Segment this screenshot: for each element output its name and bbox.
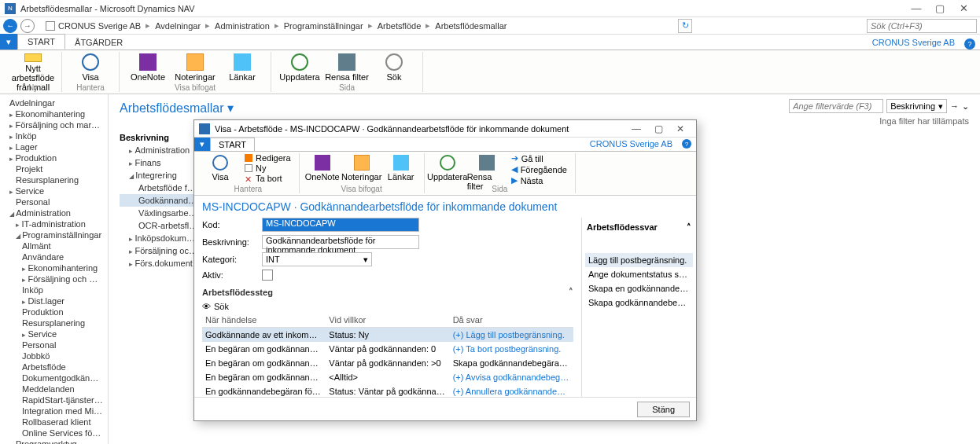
- nav-tree-item[interactable]: Jobbkö: [0, 350, 108, 361]
- nav-tree-item[interactable]: Projekt: [0, 163, 108, 174]
- workflow-response-item[interactable]: Ange dokumentstatus som Vänta…: [585, 267, 693, 281]
- nav-tree-item[interactable]: Produktion: [0, 306, 108, 317]
- modal-file-button[interactable]: ▾: [194, 138, 210, 151]
- workflow-step-row[interactable]: En godkännandebegäran för ett inkom…Stat…: [202, 384, 573, 397]
- nav-tree-item[interactable]: Allmänt: [0, 240, 108, 251]
- nav-tree-item[interactable]: Meddelanden: [0, 383, 108, 394]
- window-close-button[interactable]: ✕: [952, 2, 975, 14]
- template-tree-item[interactable]: Växlingsarbetsflöde fö…: [120, 207, 198, 219]
- field-description-input[interactable]: Godkännandearbetsflöde för inkommande do…: [262, 235, 419, 249]
- filter-expand-button[interactable]: ⌄: [962, 101, 969, 112]
- col-when-event[interactable]: När händelse: [202, 313, 326, 328]
- global-search-input[interactable]: [867, 19, 977, 33]
- template-tree-item[interactable]: Finans: [120, 156, 198, 169]
- nav-tree-item[interactable]: Administration: [0, 207, 108, 218]
- address-refresh-button[interactable]: ↻: [678, 19, 692, 33]
- breadcrumb-item[interactable]: Arbetsflöde: [378, 21, 422, 31]
- steps-section-header[interactable]: Arbetsflödessteg˄: [202, 284, 573, 300]
- nav-tree-item[interactable]: Inköp: [0, 284, 108, 295]
- workflow-step-row[interactable]: Godkännande av ett inkommande doku…Statu…: [202, 328, 573, 343]
- col-on-condition[interactable]: Vid villkor: [326, 313, 449, 328]
- breadcrumb-item[interactable]: CRONUS Sverige AB: [58, 21, 141, 31]
- template-tree-item[interactable]: Försäljning och markna…: [120, 244, 198, 257]
- nav-tree-item[interactable]: Dist.lager: [0, 295, 108, 306]
- chevron-up-icon: ˄: [569, 287, 573, 297]
- nav-tree-item[interactable]: Försäljning och marknadsf…: [0, 273, 108, 284]
- breadcrumb-item[interactable]: Arbetsflödesmallar: [435, 21, 507, 31]
- modal-minimize-button[interactable]: —: [625, 123, 647, 134]
- modal-ribbon: Visa Redigera Ny ✕Ta bort Hantera OneNot…: [194, 152, 696, 196]
- nav-forward-button[interactable]: →: [20, 19, 35, 33]
- breadcrumb-item[interactable]: Programinställningar: [284, 21, 363, 31]
- help-icon[interactable]: ?: [964, 39, 975, 50]
- col-then-response[interactable]: Då svar: [450, 313, 573, 328]
- filter-field-select[interactable]: Beskrivning ▾: [886, 99, 947, 113]
- filter-value-input[interactable]: [789, 99, 883, 113]
- nav-tree-item[interactable]: Produktion: [0, 152, 108, 163]
- modal-org-label: CRONUS Sverige AB: [585, 138, 677, 151]
- template-tree-item[interactable]: Inköpsdokument: [120, 232, 198, 244]
- template-tree-item[interactable]: Integrering: [120, 169, 198, 182]
- nav-tree-item[interactable]: Försäljning och marknadsföring: [0, 119, 108, 130]
- nav-tree-item[interactable]: Resursplanering: [0, 317, 108, 328]
- workflow-step-row[interactable]: En begäran om godkännande godkän…Väntar …: [202, 342, 573, 356]
- ribbon-tab-actions[interactable]: ÅTGÄRDER: [65, 35, 132, 50]
- nav-tree-item[interactable]: Ekonomihantering: [0, 262, 108, 273]
- nav-tree-item[interactable]: Service: [0, 328, 108, 339]
- breadcrumb-item[interactable]: Administration: [215, 21, 270, 31]
- nav-tree-item[interactable]: Programinställningar: [0, 229, 108, 240]
- responses-header[interactable]: Arbetsflödessvar˄: [585, 221, 693, 234]
- nav-tree-item[interactable]: Avdelningar: [0, 97, 108, 108]
- ribbon-file-button[interactable]: ▾: [0, 34, 17, 50]
- modal-maximize-button[interactable]: ▢: [647, 123, 669, 134]
- nav-tree-item[interactable]: Service: [0, 185, 108, 196]
- workflow-step-row[interactable]: En begäran om godkännande godkän…Väntar …: [202, 356, 573, 370]
- nav-tree-item[interactable]: Arbetsflöde: [0, 361, 108, 372]
- nav-tree-item[interactable]: Lager: [0, 141, 108, 152]
- modal-goto-button[interactable]: ➔Gå till: [511, 153, 567, 163]
- nav-tree-item[interactable]: Användare: [0, 251, 108, 262]
- template-tree-item[interactable]: Administration: [120, 144, 198, 156]
- window-minimize-button[interactable]: —: [904, 2, 928, 14]
- steps-search-button[interactable]: 👁Sök: [202, 300, 573, 313]
- nav-tree-item[interactable]: Programverktyg: [0, 438, 108, 444]
- modal-close-footer-button[interactable]: Stäng: [637, 402, 690, 417]
- field-description-label: Beskrivning:: [202, 237, 257, 247]
- nav-tree-item[interactable]: Integration med Microsoft …: [0, 405, 108, 416]
- template-tree-item[interactable]: Godkännandearbetsfl…: [120, 194, 198, 207]
- filter-go-button[interactable]: →: [950, 101, 959, 111]
- nav-tree-item[interactable]: Dokumentgodkännande: [0, 372, 108, 383]
- modal-new-button[interactable]: Ny: [245, 163, 291, 173]
- modal-delete-button[interactable]: ✕Ta bort: [245, 174, 291, 183]
- window-title: Arbetsflödesmallar - Microsoft Dynamics …: [20, 4, 195, 13]
- modal-edit-button[interactable]: Redigera: [245, 153, 291, 163]
- help-icon[interactable]: ?: [682, 139, 691, 149]
- modal-close-button[interactable]: ✕: [669, 123, 691, 134]
- template-tree-item[interactable]: OCR-arbetsflöde för in…: [120, 219, 198, 232]
- field-category-select[interactable]: INT▾: [262, 252, 372, 266]
- nav-tree-item[interactable]: Rollbaserad klient: [0, 416, 108, 427]
- field-code-input[interactable]: MS-INCDOCAPW: [262, 218, 419, 232]
- workflow-step-row[interactable]: En begäran om godkännande avvisas.<Allti…: [202, 370, 573, 384]
- modal-tab-start[interactable]: START: [210, 138, 255, 151]
- template-tree-item[interactable]: Arbetsflöde för inkom…: [120, 182, 198, 194]
- workflow-response-item[interactable]: Skapa godkännandebegäranden …: [585, 295, 693, 310]
- ribbon-tab-start[interactable]: START: [17, 34, 65, 50]
- nav-tree-item[interactable]: Personal: [0, 196, 108, 207]
- nav-tree-item[interactable]: Personal: [0, 339, 108, 350]
- workflow-response-item[interactable]: Lägg till postbegränsning.: [585, 253, 693, 267]
- window-maximize-button[interactable]: ▢: [928, 2, 952, 14]
- template-tree-item[interactable]: Förs.dokument: [120, 257, 198, 270]
- nav-tree-item[interactable]: RapidStart-tjänster för Micr…: [0, 394, 108, 405]
- workflow-response-item[interactable]: Skapa en godkännandebegäran f…: [585, 281, 693, 295]
- nav-tree-sidebar[interactable]: AvdelningarEkonomihanteringFörsäljning o…: [0, 94, 109, 444]
- nav-tree-item[interactable]: Inköp: [0, 130, 108, 141]
- nav-tree-item[interactable]: Resursplanering: [0, 174, 108, 185]
- breadcrumb-item[interactable]: Avdelningar: [155, 21, 201, 31]
- nav-tree-item[interactable]: Ekonomihantering: [0, 108, 108, 119]
- nav-back-button[interactable]: ←: [3, 19, 17, 33]
- modal-prev-button[interactable]: ◀Föregående: [511, 164, 567, 174]
- field-active-checkbox[interactable]: [262, 270, 273, 281]
- nav-tree-item[interactable]: Online Services för Micros…: [0, 427, 108, 438]
- nav-tree-item[interactable]: IT-administration: [0, 218, 108, 229]
